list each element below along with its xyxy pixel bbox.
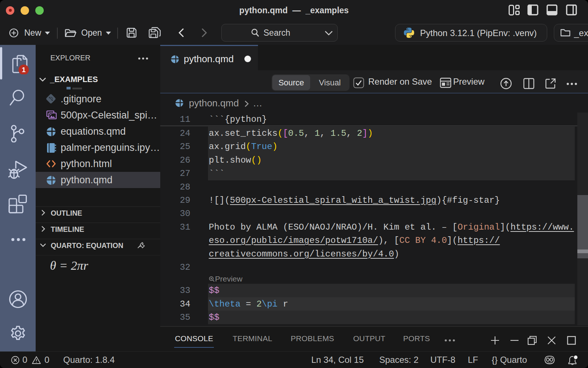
svg-text:1: 1 (22, 66, 26, 74)
